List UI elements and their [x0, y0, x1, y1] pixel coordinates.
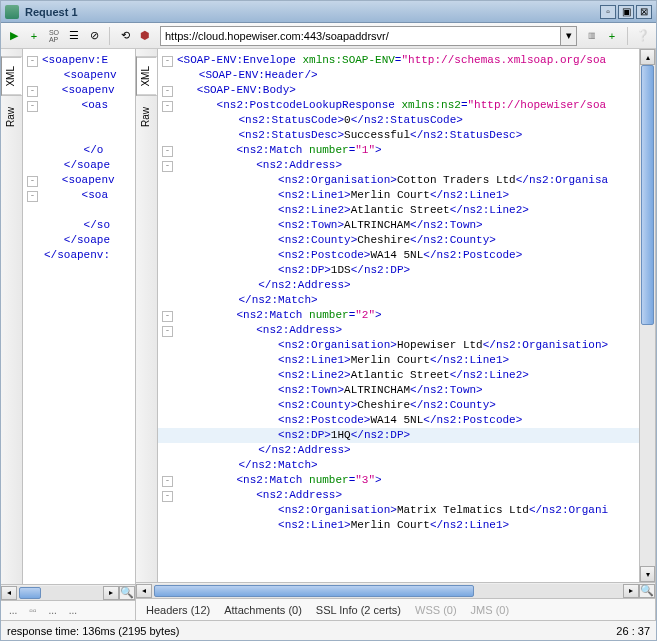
fold-toggle-icon[interactable]: -	[27, 191, 38, 202]
xml-line[interactable]: - <ns2:Address>	[158, 323, 639, 338]
zoom-icon[interactable]: 🔍	[119, 586, 135, 600]
fold-toggle-icon[interactable]: -	[162, 161, 173, 172]
scroll-track[interactable]	[152, 584, 623, 598]
xml-line[interactable]: <ns2:Line2>Atlantic Street</ns2:Line2>	[158, 203, 639, 218]
xml-line[interactable]	[23, 203, 135, 218]
tab-xml-right[interactable]: XML	[136, 57, 157, 96]
xml-line[interactable]: <ns2:StatusCode>0</ns2:StatusCode>	[158, 113, 639, 128]
fold-toggle-icon[interactable]: -	[162, 491, 173, 502]
xml-line[interactable]	[23, 128, 135, 143]
scroll-right-button[interactable]: ▸	[623, 584, 639, 598]
minimize-button[interactable]: ▫	[600, 5, 616, 19]
xml-line[interactable]: <ns2:Town>ALTRINCHAM</ns2:Town>	[158, 218, 639, 233]
vscroll-thumb[interactable]	[641, 65, 654, 325]
request-xml-viewer[interactable]: -<soapenv:E <soapenv- <soapenv- <oas </o…	[23, 49, 135, 584]
xml-line[interactable]: <ns2:Line1>Merlin Court</ns2:Line1>	[158, 353, 639, 368]
tab-raw-right[interactable]: Raw	[136, 98, 157, 136]
xml-line[interactable]: <ns2:Line2>Atlantic Street</ns2:Line2>	[158, 368, 639, 383]
xml-line[interactable]: - <ns2:Match number="2">	[158, 308, 639, 323]
fold-toggle-icon[interactable]: -	[27, 101, 38, 112]
reset-icon[interactable]: ⊘	[85, 27, 103, 45]
scroll-down-button[interactable]: ▾	[640, 566, 655, 582]
xml-line[interactable]: - <ns2:Address>	[158, 158, 639, 173]
xml-line[interactable]: - <oas	[23, 98, 135, 113]
response-xml-viewer[interactable]: -<SOAP-ENV:Envelope xmlns:SOAP-ENV="http…	[158, 49, 639, 582]
vscroll-track[interactable]	[640, 65, 655, 566]
maximize-button[interactable]: ▣	[618, 5, 634, 19]
tab-headers[interactable]: Headers (12)	[146, 604, 210, 616]
xml-line[interactable]: <ns2:Line1>Merlin Court</ns2:Line1>	[158, 188, 639, 203]
xml-line[interactable]: <SOAP-ENV:Header/>	[158, 68, 639, 83]
scroll-thumb[interactable]	[19, 587, 41, 599]
tab-wss[interactable]: WSS (0)	[415, 604, 457, 616]
xml-line[interactable]: <ns2:Postcode>WA14 5NL</ns2:Postcode>	[158, 248, 639, 263]
xml-line[interactable]: - <ns2:PostcodeLookupResponse xmlns:ns2=…	[158, 98, 639, 113]
fold-toggle-icon[interactable]: -	[162, 326, 173, 337]
scroll-right-button[interactable]: ▸	[103, 586, 119, 600]
xml-line[interactable]: <ns2:DP>1HQ</ns2:DP>	[158, 428, 639, 443]
zoom-icon[interactable]: 🔍	[639, 584, 655, 598]
scroll-left-button[interactable]: ◂	[1, 586, 17, 600]
fold-toggle-icon[interactable]: -	[162, 476, 173, 487]
xml-line[interactable]: <ns2:Postcode>WA14 5NL</ns2:Postcode>	[158, 413, 639, 428]
fold-toggle-icon[interactable]: -	[27, 86, 38, 97]
xml-line[interactable]: - <SOAP-ENV:Body>	[158, 83, 639, 98]
xml-line[interactable]: </ns2:Address>	[158, 278, 639, 293]
xml-line[interactable]: -<SOAP-ENV:Envelope xmlns:SOAP-ENV="http…	[158, 53, 639, 68]
xml-line[interactable]: <ns2:StatusDesc>Successful</ns2:StatusDe…	[158, 128, 639, 143]
url-dropdown-icon[interactable]: ▾	[561, 26, 577, 46]
wsi-icon[interactable]: ▥	[583, 27, 601, 45]
xml-line[interactable]: <ns2:Line1>Merlin Court</ns2:Line1>	[158, 518, 639, 533]
xml-line[interactable]: - <soapenv	[23, 173, 135, 188]
xml-line[interactable]: </soape	[23, 233, 135, 248]
url-input[interactable]	[160, 26, 561, 46]
xml-line[interactable]	[23, 113, 135, 128]
xml-line[interactable]: - <ns2:Match number="3">	[158, 473, 639, 488]
xml-line[interactable]: -<soapenv:E	[23, 53, 135, 68]
tab-attachments[interactable]: Attachments (0)	[224, 604, 302, 616]
fold-toggle-icon[interactable]: -	[162, 311, 173, 322]
xml-line[interactable]: </ns2:Match>	[158, 293, 639, 308]
stop-icon[interactable]: ⬢	[136, 27, 154, 45]
tab-sslinfo[interactable]: SSL Info (2 certs)	[316, 604, 401, 616]
xml-line[interactable]: </so	[23, 218, 135, 233]
xml-line[interactable]: - <soa	[23, 188, 135, 203]
xml-line[interactable]: </o	[23, 143, 135, 158]
xml-line[interactable]: <ns2:County>Cheshire</ns2:County>	[158, 233, 639, 248]
soap-icon[interactable]: SOAP	[45, 27, 63, 45]
close-window-button[interactable]: ⊠	[636, 5, 652, 19]
xml-line[interactable]: - <soapenv	[23, 83, 135, 98]
fold-toggle-icon[interactable]: -	[162, 101, 173, 112]
tab-raw-left[interactable]: Raw	[1, 98, 22, 136]
fold-toggle-icon[interactable]: -	[27, 176, 38, 187]
tree-icon[interactable]: ☰	[65, 27, 83, 45]
xml-line[interactable]: </soapenv:	[23, 248, 135, 263]
xml-line[interactable]: </soape	[23, 158, 135, 173]
xml-line[interactable]: <ns2:Organisation>Matrix Telmatics Ltd</…	[158, 503, 639, 518]
fold-toggle-icon[interactable]: -	[162, 146, 173, 157]
add-assertion-icon[interactable]: +	[603, 27, 621, 45]
scroll-up-button[interactable]: ▴	[640, 49, 655, 65]
xml-line[interactable]: <ns2:DP>1DS</ns2:DP>	[158, 263, 639, 278]
scroll-left-button[interactable]: ◂	[136, 584, 152, 598]
xml-line[interactable]: </ns2:Match>	[158, 458, 639, 473]
fold-toggle-icon[interactable]: -	[27, 56, 38, 67]
xml-line[interactable]: <soapenv	[23, 68, 135, 83]
tab-xml-left[interactable]: XML	[1, 57, 22, 96]
scroll-thumb[interactable]	[154, 585, 474, 597]
xml-line[interactable]: <ns2:Organisation>Hopewiser Ltd</ns2:Org…	[158, 338, 639, 353]
fold-toggle-icon[interactable]: -	[162, 56, 173, 67]
xml-line[interactable]: <ns2:Town>ALTRINCHAM</ns2:Town>	[158, 383, 639, 398]
tab-jms[interactable]: JMS (0)	[471, 604, 510, 616]
add-button[interactable]: +	[25, 27, 43, 45]
fold-toggle-icon[interactable]: -	[162, 86, 173, 97]
xml-line[interactable]: <ns2:Organisation>Cotton Traders Ltd</ns…	[158, 173, 639, 188]
history-back-icon[interactable]: ⟲	[116, 27, 134, 45]
scroll-track[interactable]	[17, 586, 103, 600]
xml-line[interactable]: <ns2:County>Cheshire</ns2:County>	[158, 398, 639, 413]
help-icon[interactable]: ❔	[634, 27, 652, 45]
run-button[interactable]: ▶	[5, 27, 23, 45]
xml-line[interactable]: - <ns2:Address>	[158, 488, 639, 503]
xml-line[interactable]: - <ns2:Match number="1">	[158, 143, 639, 158]
xml-line[interactable]: </ns2:Address>	[158, 443, 639, 458]
